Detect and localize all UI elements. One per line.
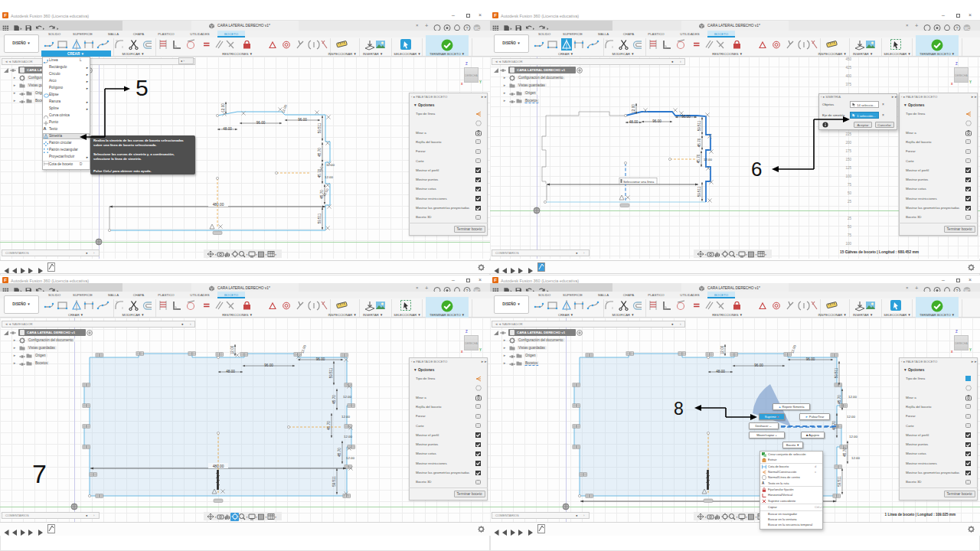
svg-text:12.00: 12.00 bbox=[849, 435, 858, 439]
svg-text:12.00: 12.00 bbox=[848, 395, 858, 399]
svg-text:12.00: 12.00 bbox=[343, 395, 352, 399]
svg-text:45.70: 45.70 bbox=[332, 395, 336, 404]
svg-text:12.00: 12.00 bbox=[325, 175, 334, 179]
svg-text:12.00: 12.00 bbox=[344, 435, 353, 439]
svg-text:96.00: 96.00 bbox=[806, 357, 815, 361]
svg-text:45.70: 45.70 bbox=[697, 154, 701, 163]
svg-text:96.00: 96.00 bbox=[652, 119, 662, 123]
svg-text:12.00: 12.00 bbox=[851, 456, 861, 460]
svg-text:12.00: 12.00 bbox=[221, 103, 225, 112]
svg-text:45.70: 45.70 bbox=[318, 148, 322, 157]
svg-text:48.00: 48.00 bbox=[226, 370, 235, 373]
svg-text:45.70: 45.70 bbox=[697, 138, 701, 147]
svg-text:59.511: 59.511 bbox=[332, 476, 336, 487]
svg-text:59.511: 59.511 bbox=[318, 122, 322, 133]
svg-text:12.00: 12.00 bbox=[281, 104, 288, 114]
svg-text:96.00: 96.00 bbox=[754, 364, 763, 367]
svg-text:48.00: 48.00 bbox=[629, 120, 639, 124]
svg-text:12.00: 12.00 bbox=[346, 456, 355, 460]
svg-text:12.00: 12.00 bbox=[341, 415, 351, 419]
svg-text:59.511: 59.511 bbox=[835, 367, 838, 378]
svg-text:59.511: 59.511 bbox=[318, 213, 322, 223]
svg-text:12.00: 12.00 bbox=[300, 344, 307, 354]
svg-text:480.00: 480.00 bbox=[213, 203, 224, 207]
svg-text:12.00: 12.00 bbox=[720, 345, 724, 354]
svg-text:59.511: 59.511 bbox=[329, 367, 333, 378]
svg-text:12.00: 12.00 bbox=[704, 158, 713, 161]
svg-text:12.00: 12.00 bbox=[230, 345, 234, 354]
svg-text:12.00: 12.00 bbox=[790, 344, 797, 354]
svg-text:12.00: 12.00 bbox=[632, 104, 635, 113]
svg-text:45.70: 45.70 bbox=[327, 421, 331, 430]
svg-text:48.00: 48.00 bbox=[223, 127, 232, 131]
svg-text:12.00: 12.00 bbox=[847, 415, 856, 419]
svg-text:96.00: 96.00 bbox=[256, 121, 266, 125]
svg-text:96.00: 96.00 bbox=[316, 357, 325, 361]
svg-text:96.00: 96.00 bbox=[264, 364, 273, 367]
svg-text:45.70: 45.70 bbox=[338, 448, 341, 457]
svg-text:45.70: 45.70 bbox=[838, 395, 841, 404]
svg-text:Seleccionar una línea: Seleccionar una línea bbox=[623, 180, 655, 184]
svg-text:59.511: 59.511 bbox=[697, 120, 701, 131]
svg-text:96.00: 96.00 bbox=[298, 118, 307, 122]
svg-text:59.511: 59.511 bbox=[697, 186, 701, 197]
svg-text:59.511: 59.511 bbox=[838, 476, 841, 487]
svg-text:48.00: 48.00 bbox=[716, 370, 725, 373]
svg-text:12.00: 12.00 bbox=[322, 187, 330, 197]
svg-text:45.70: 45.70 bbox=[843, 448, 847, 457]
